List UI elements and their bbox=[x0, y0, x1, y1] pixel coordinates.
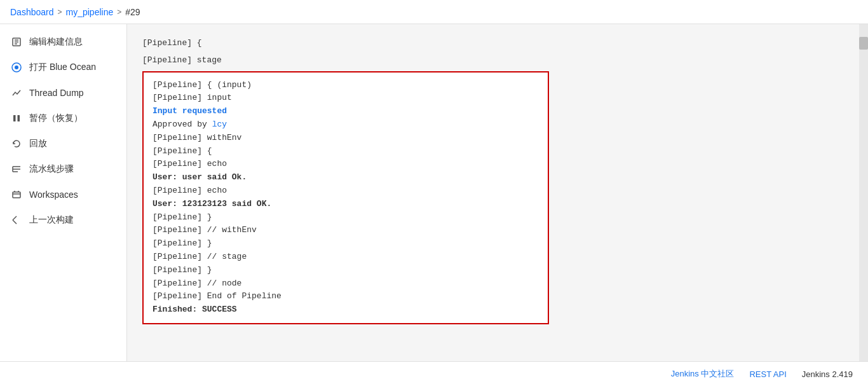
breadcrumb-dashboard[interactable]: Dashboard bbox=[10, 7, 54, 17]
footer-community-link[interactable]: Jenkins 中文社区 bbox=[671, 368, 735, 380]
svg-rect-6 bbox=[13, 115, 16, 121]
sidebar-item-previous-build[interactable]: 上一次构建 bbox=[0, 207, 126, 233]
steps-icon bbox=[10, 163, 23, 176]
console-line-9: [Pipeline] echo bbox=[153, 184, 539, 198]
svg-line-16 bbox=[13, 220, 17, 224]
console-line-5: [Pipeline] withEnv bbox=[153, 132, 539, 145]
workspaces-icon bbox=[10, 188, 23, 201]
sidebar-label-previous-build: 上一次构建 bbox=[29, 214, 74, 226]
sidebar-item-edit-build[interactable]: 编辑构建信息 bbox=[0, 29, 126, 55]
console-above-1: [Pipeline] { bbox=[142, 37, 844, 52]
prev-icon bbox=[10, 214, 23, 226]
pause-icon bbox=[10, 112, 23, 125]
content-area: [Pipeline] { [Pipeline] stage [Pipeline]… bbox=[127, 24, 859, 361]
footer-version: Jenkins 2.419 bbox=[802, 369, 853, 379]
console-line-11: [Pipeline] } bbox=[153, 211, 539, 224]
console-line-14: [Pipeline] // stage bbox=[153, 251, 539, 264]
console-line-16: [Pipeline] // node bbox=[153, 277, 539, 291]
svg-point-5 bbox=[15, 65, 18, 69]
sidebar-label-pipeline-steps: 流水线步骤 bbox=[29, 163, 74, 175]
footer: Jenkins 中文社区 REST API Jenkins 2.419 bbox=[0, 361, 868, 386]
breadcrumb-build: #29 bbox=[125, 7, 140, 17]
replay-icon bbox=[10, 137, 23, 150]
sidebar-item-thread-dump[interactable]: Thread Dump bbox=[0, 80, 126, 106]
breadcrumb-sep-2: > bbox=[117, 8, 121, 17]
console-line-10: User: 123123123 said OK. bbox=[153, 198, 539, 211]
console-line-4: Approved by lcy bbox=[153, 118, 539, 132]
sidebar-label-blue-ocean: 打开 Blue Ocean bbox=[29, 62, 96, 73]
approved-by-link[interactable]: lcy bbox=[212, 120, 227, 129]
footer-rest-api-link[interactable]: REST API bbox=[749, 369, 786, 379]
sidebar-item-replay[interactable]: 回放 bbox=[0, 131, 126, 156]
scrollbar-thumb[interactable] bbox=[859, 37, 868, 50]
svg-rect-12 bbox=[13, 192, 20, 198]
console-line-8: User: user said Ok. bbox=[153, 171, 539, 184]
svg-rect-7 bbox=[18, 115, 20, 121]
sidebar-label-pause: 暂停（恢复） bbox=[29, 113, 83, 124]
console-line-17: [Pipeline] End of Pipeline bbox=[153, 290, 539, 303]
sidebar-item-workspaces[interactable]: Workspaces bbox=[0, 182, 126, 207]
svg-line-15 bbox=[13, 216, 17, 220]
sidebar: 编辑构建信息 打开 Blue Ocean Thread Dump bbox=[0, 24, 127, 361]
breadcrumb: Dashboard > my_pipeline > #29 bbox=[0, 0, 868, 24]
console-line-7: [Pipeline] echo bbox=[153, 158, 539, 171]
sidebar-label-thread-dump: Thread Dump bbox=[29, 88, 84, 98]
sidebar-label-edit-build: 编辑构建信息 bbox=[29, 36, 83, 48]
thread-dump-icon bbox=[10, 86, 23, 99]
console-line-3: Input requested bbox=[153, 105, 539, 118]
console-line-15: [Pipeline] } bbox=[153, 264, 539, 277]
console-above-2: [Pipeline] stage bbox=[142, 54, 844, 69]
sidebar-label-replay: 回放 bbox=[29, 138, 47, 149]
sidebar-item-pause[interactable]: 暂停（恢复） bbox=[0, 106, 126, 131]
console-line-13: [Pipeline] } bbox=[153, 237, 539, 251]
console-output-box: [Pipeline] { (input) [Pipeline] input In… bbox=[142, 71, 549, 324]
console-line-2: [Pipeline] input bbox=[153, 92, 539, 105]
edit-icon bbox=[10, 36, 23, 48]
breadcrumb-pipeline[interactable]: my_pipeline bbox=[66, 7, 114, 17]
scrollbar-track[interactable] bbox=[859, 24, 868, 361]
sidebar-label-workspaces: Workspaces bbox=[29, 190, 78, 200]
console-line-1: [Pipeline] { (input) bbox=[153, 79, 539, 92]
breadcrumb-sep-1: > bbox=[58, 8, 62, 17]
console-line-6: [Pipeline] { bbox=[153, 145, 539, 158]
console-line-18: Finished: SUCCESS bbox=[153, 303, 539, 317]
sidebar-item-blue-ocean[interactable]: 打开 Blue Ocean bbox=[0, 55, 126, 80]
console-line-12: [Pipeline] // withEnv bbox=[153, 224, 539, 237]
sidebar-item-pipeline-steps[interactable]: 流水线步骤 bbox=[0, 156, 126, 182]
blue-ocean-icon bbox=[10, 61, 23, 74]
